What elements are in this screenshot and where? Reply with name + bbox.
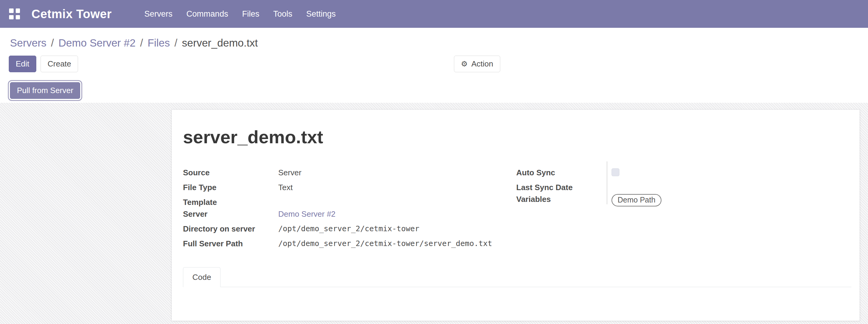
field-label-directory: Directory on server: [183, 224, 278, 234]
field-value-file-type: Text: [278, 182, 293, 193]
field-row-template: Template: [183, 197, 516, 209]
breadcrumb-current-file: server_demo.txt: [182, 37, 258, 49]
auto-sync-checkbox[interactable]: [612, 168, 619, 176]
field-label-last-sync-date: Last Sync Date: [516, 182, 612, 193]
object-buttons-row: Pull from Server: [0, 78, 868, 103]
field-row-last-sync-date: Last Sync Date: [516, 182, 851, 194]
breadcrumb-item-files[interactable]: Files: [148, 37, 170, 49]
edit-button[interactable]: Edit: [9, 56, 36, 72]
form-sheet: server_demo.txt Source Server File Type …: [172, 109, 860, 321]
menu-item-commands[interactable]: Commands: [179, 0, 235, 28]
breadcrumb-separator: /: [140, 37, 143, 49]
create-button[interactable]: Create: [40, 56, 78, 72]
notebook-tabs: Code: [183, 267, 851, 287]
field-row-auto-sync: Auto Sync: [516, 167, 851, 182]
main-menu: Servers Commands Files Tools Settings: [137, 0, 343, 28]
breadcrumb-item-demo-server[interactable]: Demo Server #2: [58, 37, 135, 49]
field-label-full-path: Full Server Path: [183, 238, 278, 249]
menu-item-tools[interactable]: Tools: [266, 0, 299, 28]
action-button[interactable]: ⚙ Action: [454, 56, 500, 72]
field-value-variables: Demo Path: [612, 194, 661, 206]
form-fields: Source Server File Type Text Template Se…: [183, 167, 851, 253]
content-area: server_demo.txt Source Server File Type …: [0, 103, 868, 324]
field-row-full-path: Full Server Path /opt/demo_server_2/cetm…: [183, 238, 516, 253]
field-row-server: Server Demo Server #2: [183, 209, 516, 224]
tab-code[interactable]: Code: [183, 267, 220, 287]
menu-item-settings[interactable]: Settings: [299, 0, 343, 28]
gear-icon: ⚙: [461, 60, 468, 68]
field-value-server: Demo Server #2: [278, 209, 335, 219]
form-column-right: Auto Sync Last Sync Date Variables Demo …: [516, 167, 851, 253]
control-panel: Edit Create ⚙ Action: [0, 52, 868, 78]
field-label-source: Source: [183, 167, 278, 178]
pull-from-server-button[interactable]: Pull from Server: [10, 82, 80, 99]
server-link[interactable]: Demo Server #2: [278, 209, 335, 219]
record-title: server_demo.txt: [183, 127, 851, 148]
breadcrumb-item-servers[interactable]: Servers: [10, 37, 46, 49]
field-value-source: Server: [278, 167, 302, 178]
field-value-directory: /opt/demo_server_2/cetmix-tower: [278, 224, 420, 234]
breadcrumb-separator: /: [175, 37, 178, 49]
menu-item-files[interactable]: Files: [235, 0, 266, 28]
field-row-directory: Directory on server /opt/demo_server_2/c…: [183, 224, 516, 238]
field-label-server: Server: [183, 209, 278, 219]
variable-tag-demo-path[interactable]: Demo Path: [612, 194, 661, 206]
column-divider: [607, 161, 607, 204]
breadcrumb-separator: /: [51, 37, 54, 49]
field-label-file-type: File Type: [183, 182, 278, 193]
field-label-template: Template: [183, 197, 278, 207]
apps-grid-icon[interactable]: [9, 8, 20, 19]
menu-item-servers[interactable]: Servers: [137, 0, 179, 28]
field-row-source: Source Server: [183, 167, 516, 182]
brand-title[interactable]: Cetmix Tower: [31, 7, 112, 21]
breadcrumb: Servers / Demo Server #2 / Files / serve…: [0, 28, 868, 52]
field-label-variables: Variables: [516, 194, 612, 204]
field-value-auto-sync: [612, 167, 619, 179]
action-button-label: Action: [471, 59, 493, 69]
field-value-full-path: /opt/demo_server_2/cetmix-tower/server_d…: [278, 238, 492, 249]
top-navbar: Cetmix Tower Servers Commands Files Tool…: [0, 0, 868, 28]
field-row-file-type: File Type Text: [183, 182, 516, 197]
field-label-auto-sync: Auto Sync: [516, 167, 612, 178]
field-row-variables: Variables Demo Path: [516, 194, 851, 209]
form-column-left: Source Server File Type Text Template Se…: [183, 167, 516, 253]
